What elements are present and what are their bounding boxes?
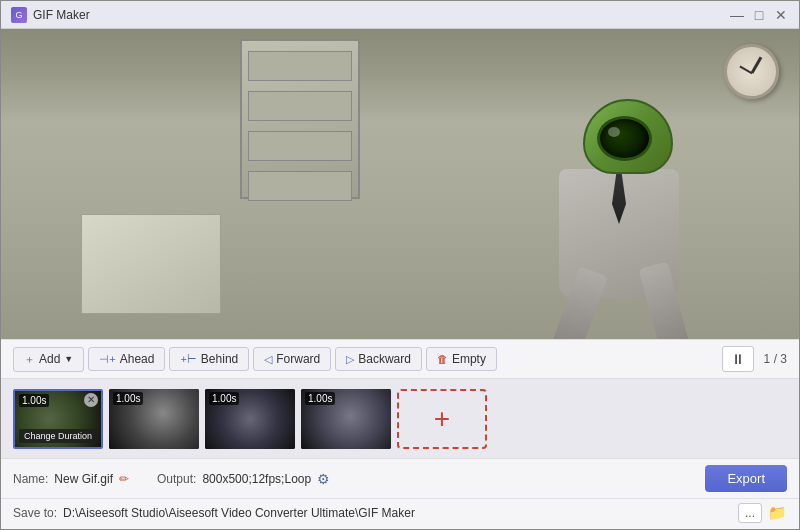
behind-icon: +⊢ — [180, 353, 196, 366]
backward-button[interactable]: ▷ Backward — [335, 347, 422, 371]
filmstrip: 1.00s ✕ Change Duration 1.00s 1.00s 1.00… — [1, 379, 799, 459]
window-title: GIF Maker — [33, 8, 729, 22]
ahead-button[interactable]: ⊣+ Ahead — [88, 347, 165, 371]
output-label: Output: — [157, 472, 196, 486]
backward-icon: ▷ — [346, 353, 354, 366]
folder-icon[interactable]: 📁 — [768, 504, 787, 522]
name-label: Name: — [13, 472, 48, 486]
export-button[interactable]: Export — [705, 465, 787, 492]
maximize-button[interactable]: □ — [751, 7, 767, 23]
gif-name-value: New Gif.gif — [54, 472, 113, 486]
pause-button[interactable]: ⏸ — [722, 346, 754, 372]
plus-icon: ＋ — [24, 352, 35, 367]
creature — [519, 99, 719, 319]
add-frame-plus-icon: + — [434, 405, 450, 433]
video-frame — [1, 29, 799, 339]
app-icon: G — [11, 7, 27, 23]
film-frame-1[interactable]: 1.00s ✕ Change Duration — [13, 389, 103, 449]
close-button[interactable]: ✕ — [773, 7, 789, 23]
change-duration-btn[interactable]: Change Duration — [19, 429, 97, 443]
film-frame-4[interactable]: 1.00s — [301, 389, 391, 449]
title-bar: G GIF Maker — □ ✕ — [1, 1, 799, 29]
film-frame-3[interactable]: 1.00s — [205, 389, 295, 449]
save-to-bar: Save to: D:\Aiseesoft Studio\Aiseesoft V… — [1, 498, 799, 529]
output-value: 800x500;12fps;Loop — [202, 472, 311, 486]
minimize-button[interactable]: — — [729, 7, 745, 23]
frame-4-duration: 1.00s — [305, 392, 335, 405]
edit-name-icon[interactable]: ✏ — [119, 472, 129, 486]
clock — [724, 44, 779, 99]
cabinet — [240, 39, 360, 199]
ahead-icon: ⊣+ — [99, 353, 115, 366]
toolbar: ＋ Add ▼ ⊣+ Ahead +⊢ Behind ◁ Forward ▷ B… — [1, 339, 799, 379]
save-to-label: Save to: — [13, 506, 57, 520]
trash-icon: 🗑 — [437, 353, 448, 365]
add-button[interactable]: ＋ Add ▼ — [13, 347, 84, 372]
behind-button[interactable]: +⊢ Behind — [169, 347, 249, 371]
output-settings-icon[interactable]: ⚙ — [317, 471, 330, 487]
add-frame-button[interactable]: + — [397, 389, 487, 449]
frame-1-duration: 1.00s — [19, 394, 49, 407]
dropdown-icon: ▼ — [64, 354, 73, 364]
app-window: G GIF Maker — □ ✕ — [0, 0, 800, 530]
frame-2-duration: 1.00s — [113, 392, 143, 405]
forward-icon: ◁ — [264, 353, 272, 366]
empty-button[interactable]: 🗑 Empty — [426, 347, 497, 371]
browse-dots-button[interactable]: ... — [738, 503, 762, 523]
desk-box — [81, 214, 221, 314]
bottom-info-bar: Name: New Gif.gif ✏ Output: 800x500;12fp… — [1, 459, 799, 498]
window-controls: — □ ✕ — [729, 7, 789, 23]
forward-button[interactable]: ◁ Forward — [253, 347, 331, 371]
film-frame-2[interactable]: 1.00s — [109, 389, 199, 449]
output-section: Output: 800x500;12fps;Loop ⚙ — [157, 471, 330, 487]
frame-1-close[interactable]: ✕ — [84, 393, 98, 407]
save-path-value: D:\Aiseesoft Studio\Aiseesoft Video Conv… — [63, 506, 732, 520]
video-preview-area — [1, 29, 799, 339]
gif-name-section: Name: New Gif.gif ✏ — [13, 472, 129, 486]
frame-3-duration: 1.00s — [209, 392, 239, 405]
video-canvas — [1, 29, 799, 339]
page-indicator: 1 / 3 — [764, 352, 787, 366]
